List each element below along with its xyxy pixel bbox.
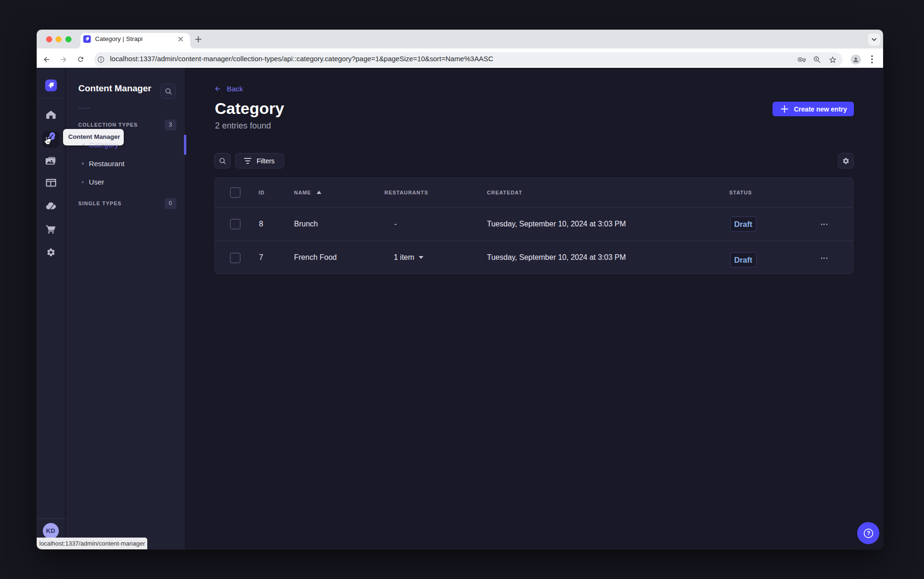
svg-text:?: ? — [867, 530, 870, 537]
